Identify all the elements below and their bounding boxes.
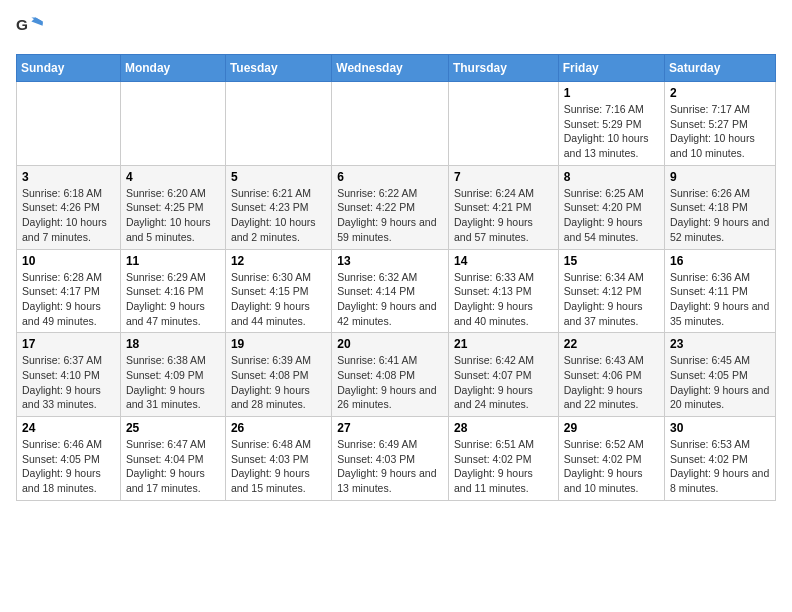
calendar-cell: 4Sunrise: 6:20 AM Sunset: 4:25 PM Daylig… xyxy=(120,165,225,249)
weekday-header: Saturday xyxy=(665,55,776,82)
day-info: Sunrise: 6:43 AM Sunset: 4:06 PM Dayligh… xyxy=(564,353,659,412)
calendar-cell xyxy=(332,82,449,166)
day-number: 12 xyxy=(231,254,326,268)
calendar-cell: 17Sunrise: 6:37 AM Sunset: 4:10 PM Dayli… xyxy=(17,333,121,417)
logo-icon: G xyxy=(16,16,44,44)
day-number: 18 xyxy=(126,337,220,351)
day-info: Sunrise: 6:33 AM Sunset: 4:13 PM Dayligh… xyxy=(454,270,553,329)
calendar-cell: 20Sunrise: 6:41 AM Sunset: 4:08 PM Dayli… xyxy=(332,333,449,417)
day-number: 25 xyxy=(126,421,220,435)
day-number: 14 xyxy=(454,254,553,268)
calendar-cell: 23Sunrise: 6:45 AM Sunset: 4:05 PM Dayli… xyxy=(665,333,776,417)
day-number: 6 xyxy=(337,170,443,184)
day-number: 24 xyxy=(22,421,115,435)
day-info: Sunrise: 6:24 AM Sunset: 4:21 PM Dayligh… xyxy=(454,186,553,245)
header: G xyxy=(16,16,776,44)
calendar-cell: 18Sunrise: 6:38 AM Sunset: 4:09 PM Dayli… xyxy=(120,333,225,417)
day-info: Sunrise: 6:47 AM Sunset: 4:04 PM Dayligh… xyxy=(126,437,220,496)
day-info: Sunrise: 6:46 AM Sunset: 4:05 PM Dayligh… xyxy=(22,437,115,496)
calendar-cell: 19Sunrise: 6:39 AM Sunset: 4:08 PM Dayli… xyxy=(225,333,331,417)
weekday-header: Thursday xyxy=(448,55,558,82)
calendar-cell: 25Sunrise: 6:47 AM Sunset: 4:04 PM Dayli… xyxy=(120,417,225,501)
day-number: 4 xyxy=(126,170,220,184)
weekday-header: Sunday xyxy=(17,55,121,82)
calendar-week-row: 10Sunrise: 6:28 AM Sunset: 4:17 PM Dayli… xyxy=(17,249,776,333)
calendar-cell: 16Sunrise: 6:36 AM Sunset: 4:11 PM Dayli… xyxy=(665,249,776,333)
day-info: Sunrise: 6:18 AM Sunset: 4:26 PM Dayligh… xyxy=(22,186,115,245)
day-info: Sunrise: 6:28 AM Sunset: 4:17 PM Dayligh… xyxy=(22,270,115,329)
day-info: Sunrise: 6:21 AM Sunset: 4:23 PM Dayligh… xyxy=(231,186,326,245)
weekday-header: Friday xyxy=(558,55,664,82)
day-info: Sunrise: 6:42 AM Sunset: 4:07 PM Dayligh… xyxy=(454,353,553,412)
calendar-cell: 5Sunrise: 6:21 AM Sunset: 4:23 PM Daylig… xyxy=(225,165,331,249)
day-info: Sunrise: 6:39 AM Sunset: 4:08 PM Dayligh… xyxy=(231,353,326,412)
day-info: Sunrise: 6:32 AM Sunset: 4:14 PM Dayligh… xyxy=(337,270,443,329)
svg-text:G: G xyxy=(16,16,28,33)
calendar-week-row: 24Sunrise: 6:46 AM Sunset: 4:05 PM Dayli… xyxy=(17,417,776,501)
calendar-cell: 24Sunrise: 6:46 AM Sunset: 4:05 PM Dayli… xyxy=(17,417,121,501)
day-info: Sunrise: 6:37 AM Sunset: 4:10 PM Dayligh… xyxy=(22,353,115,412)
calendar-week-row: 1Sunrise: 7:16 AM Sunset: 5:29 PM Daylig… xyxy=(17,82,776,166)
day-info: Sunrise: 6:49 AM Sunset: 4:03 PM Dayligh… xyxy=(337,437,443,496)
weekday-row: SundayMondayTuesdayWednesdayThursdayFrid… xyxy=(17,55,776,82)
calendar-cell: 3Sunrise: 6:18 AM Sunset: 4:26 PM Daylig… xyxy=(17,165,121,249)
day-info: Sunrise: 7:16 AM Sunset: 5:29 PM Dayligh… xyxy=(564,102,659,161)
day-info: Sunrise: 6:30 AM Sunset: 4:15 PM Dayligh… xyxy=(231,270,326,329)
calendar-cell: 12Sunrise: 6:30 AM Sunset: 4:15 PM Dayli… xyxy=(225,249,331,333)
day-number: 23 xyxy=(670,337,770,351)
calendar-cell: 9Sunrise: 6:26 AM Sunset: 4:18 PM Daylig… xyxy=(665,165,776,249)
calendar-header: SundayMondayTuesdayWednesdayThursdayFrid… xyxy=(17,55,776,82)
day-number: 28 xyxy=(454,421,553,435)
svg-marker-2 xyxy=(31,17,42,25)
day-info: Sunrise: 6:20 AM Sunset: 4:25 PM Dayligh… xyxy=(126,186,220,245)
day-info: Sunrise: 6:34 AM Sunset: 4:12 PM Dayligh… xyxy=(564,270,659,329)
calendar-cell: 28Sunrise: 6:51 AM Sunset: 4:02 PM Dayli… xyxy=(448,417,558,501)
day-number: 19 xyxy=(231,337,326,351)
calendar-cell: 26Sunrise: 6:48 AM Sunset: 4:03 PM Dayli… xyxy=(225,417,331,501)
day-info: Sunrise: 6:36 AM Sunset: 4:11 PM Dayligh… xyxy=(670,270,770,329)
weekday-header: Monday xyxy=(120,55,225,82)
calendar-cell xyxy=(17,82,121,166)
calendar-cell: 14Sunrise: 6:33 AM Sunset: 4:13 PM Dayli… xyxy=(448,249,558,333)
day-number: 21 xyxy=(454,337,553,351)
day-number: 29 xyxy=(564,421,659,435)
calendar-cell: 22Sunrise: 6:43 AM Sunset: 4:06 PM Dayli… xyxy=(558,333,664,417)
day-number: 20 xyxy=(337,337,443,351)
weekday-header: Tuesday xyxy=(225,55,331,82)
calendar-cell: 11Sunrise: 6:29 AM Sunset: 4:16 PM Dayli… xyxy=(120,249,225,333)
day-number: 16 xyxy=(670,254,770,268)
day-info: Sunrise: 6:25 AM Sunset: 4:20 PM Dayligh… xyxy=(564,186,659,245)
day-number: 5 xyxy=(231,170,326,184)
calendar-table: SundayMondayTuesdayWednesdayThursdayFrid… xyxy=(16,54,776,501)
calendar-cell: 8Sunrise: 6:25 AM Sunset: 4:20 PM Daylig… xyxy=(558,165,664,249)
day-number: 10 xyxy=(22,254,115,268)
calendar-cell: 1Sunrise: 7:16 AM Sunset: 5:29 PM Daylig… xyxy=(558,82,664,166)
day-number: 15 xyxy=(564,254,659,268)
day-number: 17 xyxy=(22,337,115,351)
day-number: 22 xyxy=(564,337,659,351)
calendar-cell: 21Sunrise: 6:42 AM Sunset: 4:07 PM Dayli… xyxy=(448,333,558,417)
day-info: Sunrise: 6:52 AM Sunset: 4:02 PM Dayligh… xyxy=(564,437,659,496)
calendar-body: 1Sunrise: 7:16 AM Sunset: 5:29 PM Daylig… xyxy=(17,82,776,501)
day-number: 13 xyxy=(337,254,443,268)
calendar-week-row: 17Sunrise: 6:37 AM Sunset: 4:10 PM Dayli… xyxy=(17,333,776,417)
calendar-cell xyxy=(120,82,225,166)
day-number: 3 xyxy=(22,170,115,184)
day-number: 1 xyxy=(564,86,659,100)
calendar-cell: 15Sunrise: 6:34 AM Sunset: 4:12 PM Dayli… xyxy=(558,249,664,333)
calendar-cell: 6Sunrise: 6:22 AM Sunset: 4:22 PM Daylig… xyxy=(332,165,449,249)
calendar-cell: 2Sunrise: 7:17 AM Sunset: 5:27 PM Daylig… xyxy=(665,82,776,166)
day-number: 7 xyxy=(454,170,553,184)
day-number: 9 xyxy=(670,170,770,184)
day-info: Sunrise: 6:22 AM Sunset: 4:22 PM Dayligh… xyxy=(337,186,443,245)
day-info: Sunrise: 6:53 AM Sunset: 4:02 PM Dayligh… xyxy=(670,437,770,496)
day-number: 2 xyxy=(670,86,770,100)
calendar-cell: 27Sunrise: 6:49 AM Sunset: 4:03 PM Dayli… xyxy=(332,417,449,501)
day-info: Sunrise: 6:29 AM Sunset: 4:16 PM Dayligh… xyxy=(126,270,220,329)
day-info: Sunrise: 7:17 AM Sunset: 5:27 PM Dayligh… xyxy=(670,102,770,161)
day-info: Sunrise: 6:26 AM Sunset: 4:18 PM Dayligh… xyxy=(670,186,770,245)
weekday-header: Wednesday xyxy=(332,55,449,82)
day-info: Sunrise: 6:51 AM Sunset: 4:02 PM Dayligh… xyxy=(454,437,553,496)
calendar-cell xyxy=(225,82,331,166)
day-number: 27 xyxy=(337,421,443,435)
